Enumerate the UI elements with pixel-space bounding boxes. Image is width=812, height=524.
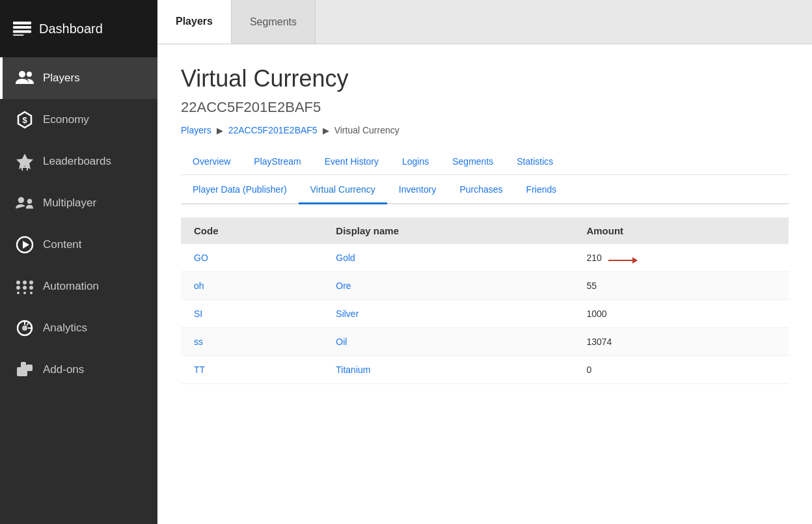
svg-marker-12 [23, 241, 29, 249]
col-header-amount: Amount [573, 217, 789, 244]
cell-amount: 1000 [573, 300, 789, 328]
cell-display-name[interactable]: Ore [323, 272, 573, 300]
breadcrumb-sep1: ▶ [217, 126, 223, 135]
sidebar-dashboard-label: Dashboard [39, 21, 103, 36]
cell-code[interactable]: TT [181, 356, 323, 384]
svg-point-5 [27, 72, 32, 77]
breadcrumb-sep2: ▶ [323, 126, 329, 135]
economy-icon: $ [16, 111, 34, 129]
cell-display-name[interactable]: Silver [323, 300, 573, 328]
sidebar-item-label-leaderboards: Leaderboards [43, 155, 111, 168]
svg-point-14 [23, 281, 27, 284]
player-id: 22ACC5F201E2BAF5 [181, 99, 789, 116]
table-row: GOGold210 [181, 244, 789, 272]
table-row: SISilver1000 [181, 300, 789, 328]
main-content: Players Segments Virtual Currency 22ACC5… [157, 0, 812, 524]
sub-nav-secondary: Player Data (Publisher) Virtual Currency… [181, 176, 789, 204]
sidebar-item-label-analytics: Analytics [43, 322, 87, 335]
col-header-code: Code [181, 217, 323, 244]
sidebar-item-label-addons: Add-ons [43, 363, 84, 376]
svg-rect-29 [21, 362, 26, 368]
cell-code[interactable]: ss [181, 328, 323, 356]
cell-display-name[interactable]: Titanium [323, 356, 573, 384]
arrow-indicator [608, 260, 637, 261]
svg-point-23 [22, 325, 27, 331]
leaderboards-icon [16, 152, 34, 171]
page-title: Virtual Currency [181, 65, 789, 92]
svg-point-21 [30, 292, 33, 294]
cell-amount: 210 [573, 244, 789, 272]
sidebar-item-multiplayer[interactable]: Multiplayer [0, 182, 157, 224]
tab-players[interactable]: Players [157, 0, 232, 44]
table-row: ssOil13074 [181, 328, 789, 356]
subnav2-friends[interactable]: Friends [515, 176, 569, 204]
sidebar-item-economy[interactable]: $ Economy [0, 99, 157, 141]
svg-point-13 [16, 281, 20, 284]
col-header-display-name: Display name [323, 217, 573, 244]
svg-point-16 [16, 286, 20, 290]
cell-display-name[interactable]: Gold [323, 244, 573, 272]
breadcrumb-playerid-link[interactable]: 22ACC5F201E2BAF5 [228, 125, 318, 135]
subnav2-virtual-currency[interactable]: Virtual Currency [299, 176, 387, 204]
table-row: TTTitanium0 [181, 356, 789, 384]
sidebar-item-label-multiplayer: Multiplayer [43, 197, 96, 210]
svg-point-15 [29, 281, 33, 284]
subnav-event-history[interactable]: Event History [313, 150, 390, 174]
sub-nav-primary: Overview PlayStream Event History Logins… [181, 150, 789, 175]
subnav2-player-data[interactable]: Player Data (Publisher) [181, 176, 299, 204]
svg-point-18 [29, 286, 33, 290]
cell-amount: 0 [573, 356, 789, 384]
cell-code[interactable]: oh [181, 272, 323, 300]
svg-rect-2 [13, 30, 31, 33]
sidebar-item-content[interactable]: Content [0, 224, 157, 266]
breadcrumb-current: Virtual Currency [334, 125, 399, 135]
cell-amount: 55 [573, 272, 789, 300]
sidebar: Dashboard Players $ Economy [0, 0, 157, 524]
content-icon [16, 236, 34, 254]
svg-rect-1 [13, 26, 31, 29]
breadcrumb-players-link[interactable]: Players [181, 125, 211, 135]
table-row: ohOre55 [181, 272, 789, 300]
automation-icon [16, 277, 34, 296]
sidebar-header[interactable]: Dashboard [0, 0, 157, 57]
subnav-playstream[interactable]: PlayStream [242, 150, 312, 174]
sidebar-item-automation[interactable]: Automation [0, 266, 157, 307]
currency-table: Code Display name Amount GOGold210ohOre5… [181, 217, 789, 384]
cell-display-name[interactable]: Oil [323, 328, 573, 356]
sidebar-item-players[interactable]: Players [0, 57, 157, 99]
cell-code[interactable]: GO [181, 244, 323, 272]
svg-point-20 [23, 292, 26, 294]
svg-line-26 [27, 323, 29, 325]
svg-rect-27 [17, 367, 27, 376]
svg-point-10 [27, 199, 32, 203]
svg-point-9 [18, 197, 24, 203]
page-content-area: Virtual Currency 22ACC5F201E2BAF5 Player… [157, 44, 812, 524]
subnav-logins[interactable]: Logins [390, 150, 440, 174]
breadcrumb: Players ▶ 22ACC5F201E2BAF5 ▶ Virtual Cur… [181, 125, 789, 135]
top-tabs: Players Segments [157, 0, 812, 44]
sidebar-item-label-automation: Automation [43, 280, 99, 293]
dashboard-icon [13, 20, 31, 38]
subnav2-inventory[interactable]: Inventory [387, 176, 448, 204]
multiplayer-icon [16, 194, 34, 212]
svg-rect-28 [26, 365, 33, 371]
tab-segments[interactable]: Segments [232, 0, 316, 44]
subnav2-purchases[interactable]: Purchases [448, 176, 514, 204]
cell-amount: 13074 [573, 328, 789, 356]
sidebar-item-label-players: Players [43, 72, 80, 85]
subnav-segments[interactable]: Segments [440, 150, 505, 174]
sidebar-item-addons[interactable]: Add-ons [0, 349, 157, 391]
analytics-icon [16, 319, 34, 337]
svg-point-4 [19, 71, 25, 77]
players-icon [16, 69, 34, 87]
subnav-overview[interactable]: Overview [181, 150, 242, 174]
subnav-statistics[interactable]: Statistics [505, 150, 565, 174]
sidebar-item-leaderboards[interactable]: Leaderboards [0, 141, 157, 182]
svg-rect-8 [23, 168, 27, 171]
svg-text:$: $ [22, 115, 27, 125]
sidebar-item-analytics[interactable]: Analytics [0, 307, 157, 349]
addons-icon [16, 361, 34, 379]
sidebar-item-label-economy: Economy [43, 113, 89, 126]
svg-rect-3 [13, 34, 23, 36]
cell-code[interactable]: SI [181, 300, 323, 328]
